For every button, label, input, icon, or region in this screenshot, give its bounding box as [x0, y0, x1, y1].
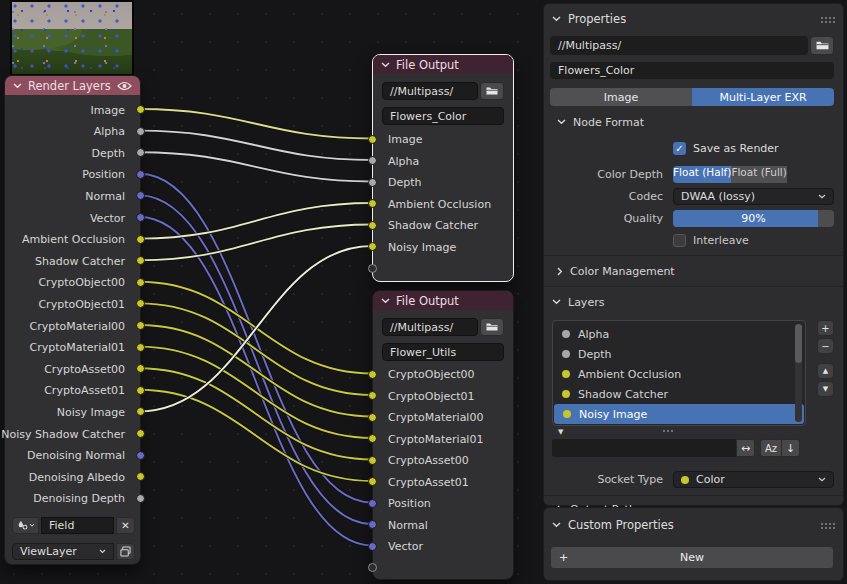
- socket-dot-color[interactable]: [136, 343, 145, 352]
- socket-cryptomaterial01[interactable]: CryptoMaterial01: [373, 431, 513, 448]
- layer-item-ambient-occlusion[interactable]: Ambient Occlusion: [553, 364, 805, 384]
- socket-dot-vector[interactable]: [136, 170, 145, 179]
- sort-alphabetical-button[interactable]: Az: [760, 439, 782, 457]
- socket-noisy-image[interactable]: Noisy Image: [5, 404, 140, 421]
- socket-shadow-catcher[interactable]: Shadow Catcher: [5, 253, 140, 270]
- socket-cryptomaterial00[interactable]: CryptoMaterial00: [373, 409, 513, 426]
- list-search-input[interactable]: [552, 439, 736, 457]
- socket-dot-color[interactable]: [136, 472, 145, 481]
- format-image-button[interactable]: Image: [550, 88, 692, 106]
- layers-header[interactable]: Layers: [544, 294, 843, 310]
- list-scrollbar[interactable]: [795, 324, 802, 422]
- socket-dot-value[interactable]: [368, 156, 377, 165]
- socket-ambient-occlusion[interactable]: Ambient Occlusion: [5, 231, 140, 248]
- browse-folder-button[interactable]: [810, 36, 834, 55]
- remove-layer-button[interactable]: −: [817, 338, 834, 354]
- socket-dot-color[interactable]: [136, 235, 145, 244]
- socket-dot-color[interactable]: [136, 429, 145, 438]
- socket-dot-color[interactable]: [368, 391, 377, 400]
- socket-cryptoasset00[interactable]: CryptoAsset00: [373, 452, 513, 469]
- socket-cryptoasset01[interactable]: CryptoAsset01: [373, 474, 513, 491]
- scene-name-field[interactable]: Field: [41, 517, 114, 534]
- save-as-render-checkbox[interactable]: ✓: [673, 142, 686, 155]
- socket-noisy-image[interactable]: Noisy Image: [373, 239, 513, 256]
- socket-dot-value[interactable]: [136, 127, 145, 136]
- socket-normal[interactable]: Normal: [373, 517, 513, 534]
- socket-dot-color[interactable]: [368, 135, 377, 144]
- panel-grip-icon[interactable]: [820, 16, 835, 23]
- render-single-layer-button[interactable]: [116, 543, 135, 560]
- socket-dot-color[interactable]: [136, 256, 145, 265]
- socket-depth[interactable]: Depth: [5, 145, 140, 162]
- socket-cryptoobject01[interactable]: CryptoObject01: [5, 296, 140, 313]
- codec-dropdown[interactable]: DWAA (lossy): [673, 188, 834, 205]
- layer-item-depth[interactable]: Depth: [553, 344, 805, 364]
- socket-cryptomaterial01[interactable]: CryptoMaterial01: [5, 339, 140, 356]
- socket-dot-vector[interactable]: [136, 451, 145, 460]
- socket-vector[interactable]: Vector: [373, 538, 513, 555]
- move-layer-up-button[interactable]: ▲: [817, 363, 834, 379]
- socket-dot-value[interactable]: [136, 148, 145, 157]
- move-layer-down-button[interactable]: ▼: [817, 381, 834, 397]
- socket-dot-color[interactable]: [368, 477, 377, 486]
- file-subpath-input[interactable]: Flowers_Color: [550, 62, 834, 79]
- socket-dot-vector[interactable]: [368, 542, 377, 551]
- base-path-input[interactable]: //Multipass/: [550, 36, 808, 55]
- socket-cryptoasset01[interactable]: CryptoAsset01: [5, 382, 140, 399]
- socket-type-dropdown[interactable]: Color: [673, 471, 834, 488]
- scene-browse-button[interactable]: [12, 517, 39, 534]
- socket-dot-color[interactable]: [136, 299, 145, 308]
- socket-cryptoasset00[interactable]: CryptoAsset00: [5, 361, 140, 378]
- socket-cryptoobject00[interactable]: CryptoObject00: [5, 274, 140, 291]
- socket-dot-color[interactable]: [136, 321, 145, 330]
- filter-invert-button[interactable]: ↔: [736, 439, 755, 457]
- socket-position[interactable]: Position: [373, 495, 513, 512]
- scene-unlink-button[interactable]: ✕: [116, 517, 135, 534]
- socket-alpha[interactable]: Alpha: [5, 123, 140, 140]
- socket-dot-color[interactable]: [368, 434, 377, 443]
- color-management-header[interactable]: Color Management: [544, 263, 843, 279]
- socket-dot-vector[interactable]: [368, 499, 377, 508]
- socket-cryptoobject00[interactable]: CryptoObject00: [373, 366, 513, 383]
- socket-cryptoobject01[interactable]: CryptoObject01: [373, 388, 513, 405]
- quality-slider[interactable]: 90%: [673, 210, 834, 227]
- socket-dot-color[interactable]: [136, 386, 145, 395]
- socket-denoising-normal[interactable]: Denoising Normal: [5, 447, 140, 464]
- socket-dot-vector[interactable]: [368, 520, 377, 529]
- socket-cryptomaterial00[interactable]: CryptoMaterial00: [5, 318, 140, 335]
- add-layer-button[interactable]: +: [817, 320, 834, 336]
- filter-expand-icon[interactable]: ▼: [558, 428, 563, 436]
- render-layers-node[interactable]: Render Layers ImageAlphaDepthPositionNor…: [4, 75, 141, 565]
- file-output-utils-node[interactable]: File Output //Multipass/ Flower_Utils Cr…: [372, 290, 514, 580]
- socket-image[interactable]: Image: [5, 102, 140, 119]
- node-format-header[interactable]: Node Format: [544, 114, 843, 130]
- socket-dot-color[interactable]: [136, 407, 145, 416]
- socket-dot-color[interactable]: [368, 221, 377, 230]
- format-multilayer-exr-button[interactable]: Multi-Layer EXR: [692, 88, 834, 106]
- panel-grip-icon[interactable]: [820, 522, 835, 529]
- properties-panel-header[interactable]: Properties: [544, 10, 843, 28]
- new-property-button[interactable]: + New: [550, 546, 834, 569]
- socket-dot-color[interactable]: [136, 364, 145, 373]
- layer-item-noisy-image[interactable]: Noisy Image: [554, 404, 804, 424]
- virtual-socket[interactable]: [368, 563, 377, 572]
- socket-denoising-albedo[interactable]: Denoising Albedo: [5, 469, 140, 486]
- socket-shadow-catcher[interactable]: Shadow Catcher: [373, 217, 513, 234]
- socket-dot-value[interactable]: [368, 178, 377, 187]
- socket-denoising-depth[interactable]: Denoising Depth: [5, 490, 140, 507]
- socket-dot-value[interactable]: [136, 494, 145, 503]
- layers-list[interactable]: AlphaDepthAmbient OcclusionShadow Catche…: [552, 320, 806, 426]
- list-grip-icon[interactable]: [662, 429, 675, 434]
- socket-noisy-shadow-catcher[interactable]: Noisy Shadow Catcher: [5, 426, 140, 443]
- socket-dot-color[interactable]: [136, 278, 145, 287]
- layer-item-alpha[interactable]: Alpha: [553, 324, 805, 344]
- interleave-checkbox[interactable]: [673, 234, 686, 247]
- socket-position[interactable]: Position: [5, 166, 140, 183]
- socket-dot-vector[interactable]: [136, 191, 145, 200]
- socket-ambient-occlusion[interactable]: Ambient Occlusion: [373, 196, 513, 213]
- socket-depth[interactable]: Depth: [373, 174, 513, 191]
- float-full-button[interactable]: Float (Full): [731, 166, 786, 183]
- socket-dot-color[interactable]: [368, 413, 377, 422]
- float-half-button[interactable]: Float (Half): [673, 166, 731, 183]
- file-output-color-node[interactable]: File Output //Multipass/ Flowers_Color I…: [372, 54, 514, 282]
